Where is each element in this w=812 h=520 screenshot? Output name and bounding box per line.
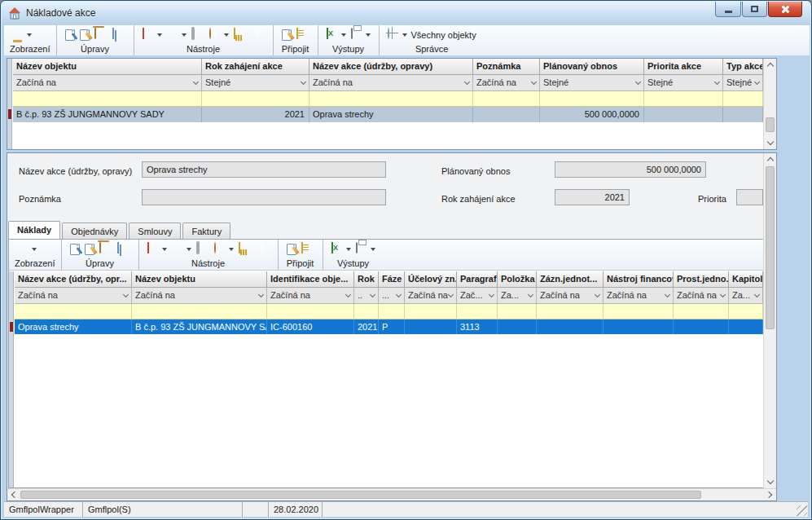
column-header[interactable]: Název objektu	[13, 59, 202, 75]
column-header[interactable]: Rok	[354, 271, 379, 288]
filter-dropdown[interactable]: Začíná na	[604, 288, 674, 304]
column-header[interactable]: Fáze	[379, 271, 405, 288]
column-header[interactable]: Název objektu	[132, 271, 267, 288]
link-button[interactable]	[190, 27, 206, 42]
filter-input[interactable]	[132, 304, 267, 319]
filter-dropdown[interactable]: ..	[354, 288, 379, 304]
filter-input[interactable]	[644, 91, 723, 107]
scroll-down-button[interactable]	[764, 137, 776, 149]
column-header[interactable]: Zázn.jednot...	[537, 271, 604, 288]
column-header[interactable]: Nástroj financov...	[604, 271, 674, 288]
scroll-down-button[interactable]	[764, 476, 776, 488]
filter-input[interactable]	[540, 91, 644, 107]
filter-input[interactable]	[405, 304, 457, 319]
filter-input[interactable]	[473, 91, 540, 107]
new-button[interactable]	[68, 241, 81, 257]
column-header[interactable]: Plánovaný obnos	[540, 59, 644, 75]
vertical-scrollbar[interactable]	[763, 59, 776, 149]
column-header[interactable]: Paragraf	[457, 271, 498, 288]
filter-dropdown[interactable]: Stejné	[644, 75, 723, 91]
filter-dropdown[interactable]: ...	[379, 288, 405, 304]
attach-edit-button[interactable]	[280, 27, 293, 42]
column-header[interactable]: Priorita akce	[644, 59, 723, 75]
filter-input[interactable]	[15, 304, 132, 319]
edit-button[interactable]	[78, 27, 91, 42]
column-header[interactable]: Název akce (údržby, opr...	[15, 271, 132, 288]
poznamka-field[interactable]	[142, 189, 386, 205]
filter-dropdown[interactable]: Začíná na	[132, 288, 267, 304]
column-header[interactable]: Název akce (údržby, opravy)	[309, 59, 473, 75]
resize-grip[interactable]	[797, 505, 807, 516]
filter-dropdown[interactable]: Stejné	[540, 75, 644, 91]
filter-input[interactable]	[267, 304, 354, 319]
maximize-button[interactable]	[742, 2, 767, 17]
scroll-left-button[interactable]	[7, 489, 20, 500]
horizontal-scrollbar[interactable]	[7, 488, 776, 500]
nazev-akce-field[interactable]: Oprava strechy	[142, 161, 386, 178]
attach-list-button[interactable]	[295, 27, 311, 42]
rok-field[interactable]: 2021	[555, 189, 630, 205]
table-row[interactable]: Oprava strechy B č.p. 93 ZŠ JUNGMANNOVY …	[15, 319, 763, 334]
filter-dropdown[interactable]: Za...	[498, 288, 537, 304]
history-button[interactable]	[213, 241, 235, 257]
excel-export-button[interactable]	[325, 27, 348, 42]
column-header[interactable]: Položka	[498, 271, 537, 288]
filter-dropdown[interactable]: Začíná na	[537, 288, 604, 304]
filter-input[interactable]	[729, 304, 763, 319]
link-button[interactable]	[195, 241, 211, 257]
filter-dropdown[interactable]: Začíná na	[15, 288, 132, 304]
filter-button[interactable]	[170, 241, 193, 257]
delete-button[interactable]	[98, 241, 114, 257]
filter-dropdown[interactable]: Začíná na	[473, 75, 540, 91]
tab-objednavky[interactable]: Objednávky	[62, 223, 127, 239]
scrollbar-thumb[interactable]	[766, 117, 775, 132]
history-button[interactable]	[208, 27, 230, 42]
filter-input[interactable]	[604, 304, 674, 319]
filter-highlight-button[interactable]	[141, 27, 164, 42]
copy-button[interactable]	[116, 241, 132, 257]
scope-selector[interactable]: Všechny objekty	[386, 27, 478, 42]
delete-button[interactable]	[93, 27, 109, 42]
filter-input[interactable]	[674, 304, 729, 319]
filter-dropdown[interactable]: Začíná na	[13, 75, 202, 91]
filter-input[interactable]	[498, 304, 537, 319]
edit-button[interactable]	[83, 241, 96, 257]
excel-export-button[interactable]	[330, 241, 353, 257]
tab-faktury[interactable]: Faktury	[182, 223, 230, 239]
help-button[interactable]	[255, 241, 271, 257]
filter-input[interactable]	[723, 91, 763, 107]
help-button[interactable]	[250, 27, 266, 42]
filter-input[interactable]	[354, 304, 379, 319]
filter-dropdown[interactable]: Začíná na	[405, 288, 457, 304]
column-header[interactable]: Prost.jedno...	[674, 271, 729, 288]
tab-naklady[interactable]: Náklady	[8, 221, 60, 239]
filter-dropdown[interactable]: Začíná na	[309, 75, 473, 91]
filter-input[interactable]	[202, 91, 309, 107]
print-button[interactable]	[349, 27, 372, 42]
new-button[interactable]	[64, 27, 77, 42]
obnos-field[interactable]: 500 000,0000	[555, 161, 706, 178]
copy-button[interactable]	[111, 27, 127, 42]
view-menu-button[interactable]	[11, 27, 33, 42]
scroll-up-button[interactable]	[764, 153, 776, 165]
filter-button[interactable]	[165, 27, 188, 42]
scrollbar-thumb[interactable]	[766, 166, 775, 329]
column-header[interactable]: Identifikace obje...	[267, 271, 354, 288]
filter-input[interactable]	[13, 91, 202, 107]
scroll-right-button[interactable]	[764, 489, 776, 500]
close-button[interactable]	[768, 2, 802, 17]
filter-dropdown[interactable]: Stejné	[202, 75, 309, 91]
view-menu-button[interactable]	[15, 241, 38, 257]
scrollbar-thumb[interactable]	[20, 491, 701, 499]
filter-highlight-button[interactable]	[146, 241, 169, 257]
filter-input[interactable]	[379, 304, 405, 319]
vertical-scrollbar[interactable]	[763, 153, 776, 488]
column-header[interactable]: Kapitola	[729, 271, 763, 288]
chart-button[interactable]	[232, 27, 248, 42]
filter-input[interactable]	[537, 304, 604, 319]
scroll-up-button[interactable]	[764, 59, 776, 71]
filter-dropdown[interactable]: Začíná na	[674, 288, 729, 304]
attach-list-button[interactable]	[300, 241, 316, 257]
minimize-button[interactable]	[715, 2, 741, 17]
column-header[interactable]: Rok zahájení akce	[202, 59, 309, 75]
